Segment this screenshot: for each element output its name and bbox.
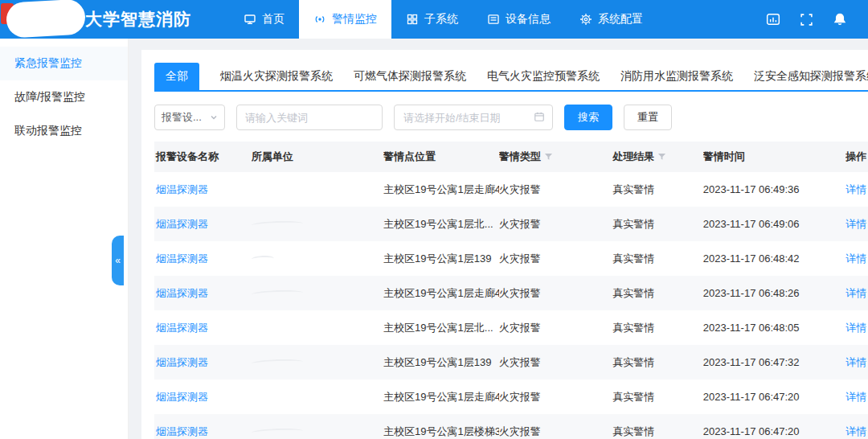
nav-label: 子系统 [424,12,458,27]
tab-electrical-fire[interactable]: 电气火灾监控预警系统 [487,63,600,90]
redaction-blob [6,0,86,39]
select-value: 报警设... [162,110,202,125]
sidebar-item-label: 故障/报警监控 [14,90,85,105]
main-nav: 首页 警情监控 子系统 设备信息 [229,0,657,39]
logo-area: 大学智慧消防 [0,0,229,39]
location-cell: 主校区19号公寓1层北... [383,321,499,335]
type-cell: 火灾报警 [499,321,613,335]
header-right-icons [766,0,868,39]
nav-label: 系统配置 [598,12,643,27]
fullscreen-icon[interactable] [800,13,813,27]
device-link[interactable]: 烟温探测器 [156,390,208,404]
tab-smoke-temp-fire[interactable]: 烟温火灾探测报警系统 [220,63,333,90]
table-row: 烟温探测器 主校区19号公寓1层北... 火灾报警 真实警情 2023-11-1… [154,207,868,241]
location-cell: 主校区19号公寓1层139 [383,252,499,266]
table-header-row: 报警设备名称 所属单位 警情点位置 警情类型 处理结果 [154,142,868,172]
detail-link[interactable]: 详情 [845,183,866,197]
type-cell: 火灾报警 [499,355,613,370]
sidebar-item-label: 紧急报警监控 [14,56,82,71]
detail-link[interactable]: 详情 [845,425,866,439]
location-cell: 主校区19号公寓1层北... [383,217,499,232]
type-cell: 火灾报警 [499,286,613,301]
redaction-mark [252,290,303,297]
date-range-input[interactable] [402,111,529,125]
time-cell: 2023-11-17 06:49:06 [703,218,845,230]
unit-cell [252,256,383,262]
nav-label: 设备信息 [506,12,551,27]
location-cell: 主校区19号公寓1层139 [383,355,499,370]
alarm-device-select[interactable]: 报警设... [154,105,225,130]
bell-icon[interactable] [833,12,847,27]
nav-label: 警情监控 [332,12,377,27]
detail-link[interactable]: 详情 [845,286,866,301]
unit-cell [252,429,383,435]
device-link[interactable]: 烟温探测器 [156,425,208,439]
device-link[interactable]: 烟温探测器 [156,321,208,335]
time-cell: 2023-11-17 06:48:05 [703,322,845,334]
device-link[interactable]: 烟温探测器 [156,252,208,266]
search-button[interactable]: 搜索 [564,105,612,130]
body-row: 紧急报警监控 故障/报警监控 联动报警监控 « 全部 烟温火灾探测报警系统 可燃… [0,39,868,439]
filter-bar: 报警设... 搜索 重置 [154,105,868,130]
tab-pan-security[interactable]: 泛安全感知探测报警系统 [754,63,868,90]
nav-item-system-config[interactable]: 系统配置 [565,0,657,39]
sidebar-item-fault-alarm[interactable]: 故障/报警监控 [0,80,128,114]
app-title: 大学智慧消防 [85,8,191,31]
system-tabs: 全部 烟温火灾探测报警系统 可燃气体探测报警系统 电气火灾监控预警系统 消防用水… [154,63,868,92]
dashboard-icon[interactable] [766,12,780,27]
home-icon [244,13,256,26]
type-cell: 火灾报警 [499,217,613,232]
chevron-down-icon [210,112,218,124]
broadcast-icon [313,13,326,26]
sidebar-collapse-handle[interactable]: « [112,236,124,285]
unit-cell [252,221,383,228]
nav-item-subsystem[interactable]: 子系统 [391,0,473,39]
time-cell: 2023-11-17 06:48:26 [703,287,845,299]
col-header-device: 报警设备名称 [154,150,252,164]
device-link[interactable]: 烟温探测器 [156,217,208,232]
sidebar-item-emergency-alarm[interactable]: 紧急报警监控 [0,47,128,80]
table-row: 烟温探测器 主校区19号公寓1层北... 火灾报警 真实警情 2023-11-1… [154,310,868,345]
result-cell: 真实警情 [612,286,703,301]
time-cell: 2023-11-17 06:47:20 [703,391,845,403]
filter-funnel-icon[interactable] [657,151,666,163]
detail-link[interactable]: 详情 [845,390,866,404]
top-header: 大学智慧消防 首页 警情监控 子系统 [0,0,868,39]
content-card: 全部 烟温火灾探测报警系统 可燃气体探测报警系统 电气火灾监控预警系统 消防用水… [141,50,868,439]
redaction-mark [252,221,303,228]
filter-funnel-icon[interactable] [544,151,553,163]
reset-button[interactable]: 重置 [624,105,672,130]
detail-link[interactable]: 详情 [845,217,866,232]
nav-item-alarm-monitor[interactable]: 警情监控 [299,0,391,39]
sidebar-item-linkage-alarm[interactable]: 联动报警监控 [0,114,128,148]
redaction-mark [252,359,303,366]
type-cell: 火灾报警 [499,252,613,266]
result-cell: 真实警情 [612,252,703,266]
table-row: 烟温探测器 主校区19号公寓1层139 火灾报警 真实警情 2023-11-17… [154,241,868,276]
calendar-icon [534,111,545,125]
main-area: 全部 烟温火灾探测报警系统 可燃气体探测报警系统 电气火灾监控预警系统 消防用水… [129,39,868,439]
col-header-action: 操作 [845,150,868,164]
nav-item-device-info[interactable]: 设备信息 [473,0,565,39]
table-row: 烟温探测器 主校区19号公寓1层139 火灾报警 真实警情 2023-11-17… [154,345,868,380]
nav-item-home[interactable]: 首页 [229,0,299,39]
device-link[interactable]: 烟温探测器 [156,286,208,301]
col-header-type: 警情类型 [499,150,613,164]
detail-link[interactable]: 详情 [845,321,866,335]
alarm-table: 报警设备名称 所属单位 警情点位置 警情类型 处理结果 [154,142,868,439]
type-cell: 火灾报警 [499,183,613,197]
col-header-location: 警情点位置 [383,150,499,164]
col-header-result: 处理结果 [612,150,703,164]
location-cell: 主校区19号公寓1层走廊4 [383,286,499,301]
device-link[interactable]: 烟温探测器 [156,355,208,370]
device-link[interactable]: 烟温探测器 [156,183,208,197]
date-range-picker[interactable] [394,105,553,130]
tab-all[interactable]: 全部 [154,63,199,90]
app-root: 大学智慧消防 首页 警情监控 子系统 [0,0,868,439]
keyword-input[interactable] [236,105,383,130]
tab-fire-water[interactable]: 消防用水监测报警系统 [620,63,733,90]
redaction-mark [252,429,303,435]
detail-link[interactable]: 详情 [845,355,866,370]
detail-link[interactable]: 详情 [845,252,866,266]
tab-combustible-gas[interactable]: 可燃气体探测报警系统 [354,63,466,90]
